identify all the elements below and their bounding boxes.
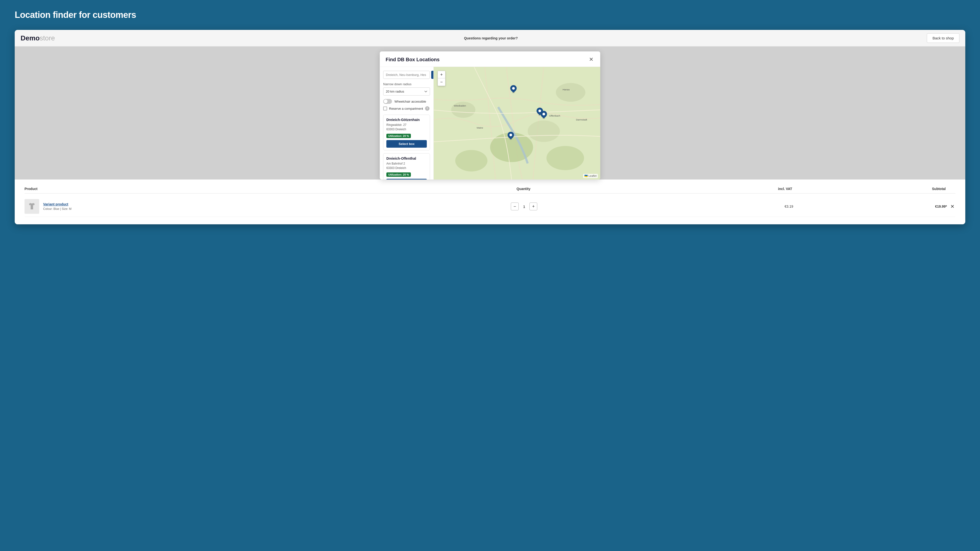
browser-header: Demostore Questions regarding your order… [15, 30, 965, 46]
browser-content: Find DB Box Locations ✕ [15, 46, 965, 224]
product-cell: Variant product Colour: Blue | Size: M [24, 199, 409, 214]
column-header-product: Product [24, 187, 409, 191]
browser-question: Questions regarding your order? [464, 36, 518, 40]
close-button[interactable]: ✕ [588, 56, 594, 63]
address-line2: 63303 Dreieich [387, 128, 406, 131]
map-container[interactable]: Hanau Wiesbaden Mainz Offenbach Darmstad… [434, 67, 600, 179]
svg-point-7 [455, 150, 487, 171]
modal-title: Find DB Box Locations [386, 57, 439, 62]
svg-text:Wiesbaden: Wiesbaden [454, 104, 466, 107]
modal-overlay: Find DB Box Locations ✕ [15, 46, 965, 179]
table-row: Variant product Colour: Blue | Size: M −… [24, 196, 956, 217]
location-address: Ringwaldstr. 27 63303 Dreieich [387, 123, 427, 132]
help-icon[interactable]: ? [425, 106, 430, 111]
remove-item-button[interactable]: ✕ [950, 203, 956, 210]
reserve-row: Reserve a compartment ? [383, 106, 430, 111]
column-header-subtotal: Subtotal [792, 187, 956, 191]
svg-text:Offenbach: Offenbach [549, 114, 560, 117]
wheelchair-filter-row: Wheelchair accessible [383, 99, 430, 104]
utilization-badge: Utilization: 20 % [387, 134, 411, 138]
reserve-label: Reserve a compartment [389, 107, 423, 110]
column-header-quantity: Quantity [409, 187, 639, 191]
product-image-icon [27, 202, 36, 211]
svg-text:Mainz: Mainz [477, 126, 483, 129]
logo-light: store [40, 34, 55, 42]
location-card: Dreieich-Offenthal Am Bahnhof 2 63303 Dr… [383, 153, 430, 179]
address-line1: Am Bahnhof 2 [387, 162, 405, 165]
map-zoom-controls: + − [438, 71, 445, 86]
quantity-decrease-button[interactable]: − [511, 203, 519, 210]
zoom-out-button[interactable]: − [438, 78, 445, 86]
address-line1: Ringwaldstr. 27 [387, 123, 406, 127]
vat-cell: €3.19 [640, 205, 793, 208]
product-link[interactable]: Variant product [43, 202, 72, 206]
location-address: Am Bahnhof 2 63303 Dreieich [387, 161, 427, 170]
select-box-button[interactable]: Select box [387, 140, 427, 148]
location-name: Dreieich-Offenthal [387, 157, 427, 160]
back-to-shop-button[interactable]: Back to shop [927, 33, 959, 43]
address-line2: 63303 Dreieich [387, 166, 406, 170]
leaflet-credit: 🇺🇦 Leaflet [583, 174, 598, 178]
subtotal-cell: €19.99* [793, 205, 950, 208]
radius-select[interactable]: 20 km radius 5 km radius 10 km radius 50… [383, 87, 430, 95]
svg-point-17 [539, 110, 541, 112]
utilization-badge: Utilization: 20 % [387, 172, 411, 177]
quantity-increase-button[interactable]: + [530, 203, 537, 210]
modal-header: Find DB Box Locations ✕ [380, 51, 600, 67]
zoom-in-button[interactable]: + [438, 71, 445, 78]
radius-label: Narrow down radius [383, 82, 430, 86]
toggle-knob [384, 99, 388, 103]
search-button[interactable] [431, 71, 434, 79]
reserve-checkbox[interactable] [383, 106, 387, 110]
wheelchair-label: Wheelchair accessible [395, 100, 426, 103]
svg-text:Darmstadt: Darmstadt [576, 118, 587, 121]
left-panel: Narrow down radius 20 km radius 5 km rad… [380, 67, 434, 179]
product-variant: Colour: Blue | Size: M [43, 207, 72, 211]
browser-window: Demostore Questions regarding your order… [15, 30, 965, 224]
shop-content: Product Quantity incl. VAT Subtotal Vari… [15, 179, 965, 224]
browser-logo: Demostore [21, 34, 55, 42]
svg-text:Hanau: Hanau [563, 88, 570, 91]
product-thumbnail [24, 199, 39, 214]
search-row [383, 71, 430, 79]
quantity-cell: − 1 + [409, 203, 640, 210]
quantity-value: 1 [520, 205, 528, 209]
modal-body: Narrow down radius 20 km radius 5 km rad… [380, 67, 600, 179]
map-background: Hanau Wiesbaden Mainz Offenbach Darmstad… [434, 67, 600, 179]
wheelchair-toggle[interactable] [383, 99, 392, 104]
svg-point-19 [542, 113, 545, 115]
logo-bold: Demo [21, 34, 40, 42]
svg-point-15 [512, 87, 515, 90]
column-header-vat: incl. VAT [639, 187, 792, 191]
location-card: Dreieich-Götzenhain Ringwaldstr. 27 6330… [383, 114, 430, 150]
modal: Find DB Box Locations ✕ [380, 51, 600, 179]
select-box-button[interactable]: Select box [387, 179, 427, 179]
search-input[interactable] [383, 71, 430, 79]
location-name: Dreieich-Götzenhain [387, 118, 427, 122]
table-header-row: Product Quantity incl. VAT Subtotal [24, 184, 956, 194]
svg-point-3 [556, 83, 585, 102]
svg-point-8 [546, 146, 584, 170]
product-info: Variant product Colour: Blue | Size: M [43, 202, 72, 211]
page-title: Location finder for customers [15, 10, 965, 20]
svg-point-21 [509, 134, 512, 137]
svg-point-5 [528, 121, 560, 142]
